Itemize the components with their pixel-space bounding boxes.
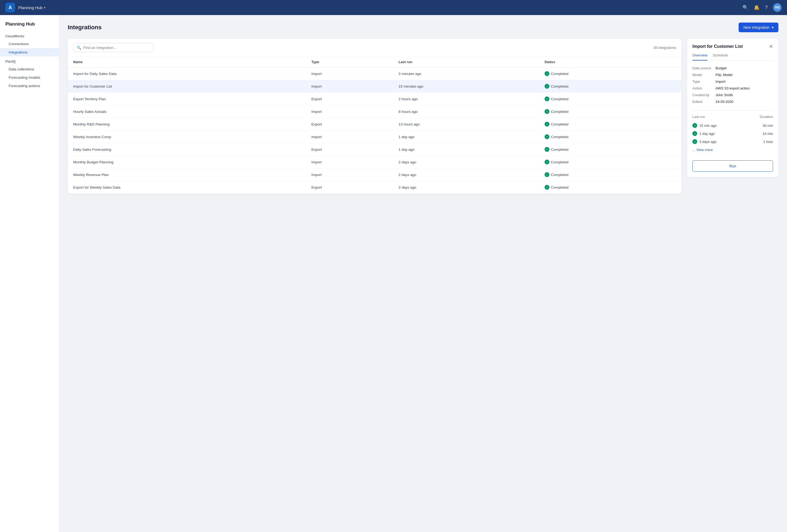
row-name: Weekly Revenue Plan: [68, 169, 306, 181]
top-navigation: A Planning Hub ▾ 🔍 🔔 ? RB: [0, 0, 787, 15]
status-completed-icon: ✓: [545, 84, 549, 89]
row-last-run: 2 hours ago: [393, 93, 539, 105]
row-name: Weekly Incentive Comp: [68, 131, 306, 143]
page-header: Integrations New integration ▾: [68, 23, 779, 32]
chevron-down-icon: ▾: [772, 25, 773, 29]
integrations-table: Name Type Last run Status Import for Dai…: [68, 57, 682, 194]
content-area: 🔍 38 integrations Name Type Last run Sta…: [68, 39, 779, 194]
table-row[interactable]: Daily Sales Forecasting Export 1 day ago…: [68, 143, 682, 156]
tab-overview[interactable]: Overview: [693, 53, 707, 61]
field-label: Data source: [693, 66, 711, 70]
row-status: ✓ Completed: [539, 93, 682, 105]
run-duration: 1 hour: [763, 140, 773, 144]
search-box[interactable]: 🔍: [73, 43, 154, 52]
sidebar-item-connections[interactable]: Connections: [0, 40, 59, 48]
table-toolbar: 🔍 38 integrations: [68, 39, 682, 57]
status-text: Completed: [551, 122, 569, 126]
field-label: Edited: [693, 100, 711, 104]
search-input[interactable]: [83, 46, 150, 50]
detail-title: Import for Customer List: [693, 44, 743, 49]
run-history-header: Last run Duration: [693, 115, 773, 119]
run-status-icon: ✓: [693, 131, 697, 136]
search-icon[interactable]: 🔍: [742, 4, 748, 10]
help-icon[interactable]: ?: [765, 5, 768, 10]
detail-fields: Data sourceBudgetModelP&L ModelTypeImpor…: [693, 66, 773, 104]
table-row[interactable]: Weekly Revenue Plan Import 2 days ago ✓ …: [68, 169, 682, 181]
sidebar-item-forecasting-models[interactable]: Forecasting models: [0, 73, 59, 82]
row-last-run: 1 day ago: [393, 143, 539, 156]
sidebar: Planning Hub CloudWorks Connections Inte…: [0, 15, 59, 532]
table-row[interactable]: Monthly R&D Planning Export 13 hours ago…: [68, 118, 682, 131]
row-last-run: 8 hours ago: [393, 105, 539, 118]
run-history-row: ✓ 15 min ago 30 min: [693, 121, 773, 130]
row-last-run: 2 days ago: [393, 169, 539, 181]
field-value: P&L Model: [716, 73, 773, 77]
run-time: ✓ 1 day ago: [693, 131, 715, 136]
table-row[interactable]: Export Territory Plan Export 2 hours ago…: [68, 93, 682, 105]
run-button[interactable]: Run: [693, 160, 773, 172]
row-status: ✓ Completed: [539, 67, 682, 80]
row-status: ✓ Completed: [539, 80, 682, 93]
status-completed-icon: ✓: [545, 134, 549, 139]
run-time: ✓ 15 min ago: [693, 123, 717, 128]
table-row[interactable]: Import for Customer List Import 15 minut…: [68, 80, 682, 93]
run-duration: 30 min: [763, 124, 773, 128]
nav-icons: 🔍 🔔 ? RB: [742, 3, 782, 12]
row-type: Import: [306, 131, 393, 143]
table-row[interactable]: Weekly Incentive Comp Import 1 day ago ✓…: [68, 131, 682, 143]
status-completed-icon: ✓: [545, 109, 549, 114]
row-name: Import for Daily Sales Data: [68, 67, 306, 80]
table-row[interactable]: Monthly Budget Planning Import 2 days ag…: [68, 156, 682, 169]
run-duration: 14 min: [763, 132, 773, 136]
row-name: Monthly Budget Planning: [68, 156, 306, 169]
app-switcher[interactable]: Planning Hub ▾: [18, 5, 45, 10]
detail-header: Import for Customer List ✕: [693, 44, 773, 49]
chevron-down-icon: ▾: [44, 6, 45, 9]
sidebar-title: Planning Hub: [0, 22, 59, 31]
col-name: Name: [68, 57, 306, 67]
field-value: AWS S3 export action: [716, 86, 773, 90]
detail-tabs: Overview Schedule: [693, 53, 773, 61]
status-completed-icon: ✓: [545, 71, 549, 76]
field-value: Budget: [716, 66, 773, 70]
sidebar-section-planiq: PlanIQ: [0, 57, 59, 65]
row-type: Export: [306, 181, 393, 194]
field-label: Created by: [693, 93, 711, 97]
integrations-table-card: 🔍 38 integrations Name Type Last run Sta…: [68, 39, 682, 194]
row-status: ✓ Completed: [539, 118, 682, 131]
field-label: Action: [693, 86, 711, 90]
row-type: Export: [306, 143, 393, 156]
col-last-run: Last run: [393, 57, 539, 67]
duration-label: Duration: [760, 115, 773, 119]
sidebar-item-forecasting-actions[interactable]: Forecasting actions: [0, 82, 59, 90]
integrations-count: 38 integrations: [654, 46, 676, 50]
search-icon: 🔍: [77, 45, 81, 50]
row-status: ✓ Completed: [539, 181, 682, 194]
row-last-run: 13 hours ago: [393, 118, 539, 131]
sidebar-item-data-collections[interactable]: Data collections: [0, 65, 59, 73]
col-type: Type: [306, 57, 393, 67]
field-value: Import: [716, 80, 773, 84]
page-title: Integrations: [68, 24, 102, 31]
sidebar-item-integrations[interactable]: Integrations: [0, 48, 59, 57]
status-text: Completed: [551, 84, 569, 88]
row-last-run: 3 minutes ago: [393, 67, 539, 80]
detail-panel: Import for Customer List ✕ Overview Sche…: [687, 39, 779, 177]
new-integration-button[interactable]: New integration ▾: [739, 23, 779, 32]
close-button[interactable]: ✕: [769, 44, 773, 49]
table-row[interactable]: Export for Weekly Sales Data Export 2 da…: [68, 181, 682, 194]
tab-schedule[interactable]: Schedule: [713, 53, 728, 61]
row-type: Import: [306, 169, 393, 181]
view-more-link[interactable]: ... View more: [693, 148, 773, 152]
main-content: Integrations New integration ▾ 🔍 38 inte…: [59, 15, 787, 532]
notification-icon[interactable]: 🔔: [754, 4, 760, 10]
row-name: Daily Sales Forecasting: [68, 143, 306, 156]
status-completed-icon: ✓: [545, 96, 549, 101]
table-row[interactable]: Import for Daily Sales Data Import 3 min…: [68, 67, 682, 80]
table-row[interactable]: Hourly Sales Actuals Import 8 hours ago …: [68, 105, 682, 118]
row-name: Import for Customer List: [68, 80, 306, 93]
user-avatar[interactable]: RB: [773, 3, 782, 12]
row-status: ✓ Completed: [539, 156, 682, 169]
app-logo[interactable]: A: [5, 3, 15, 13]
status-text: Completed: [551, 148, 569, 152]
